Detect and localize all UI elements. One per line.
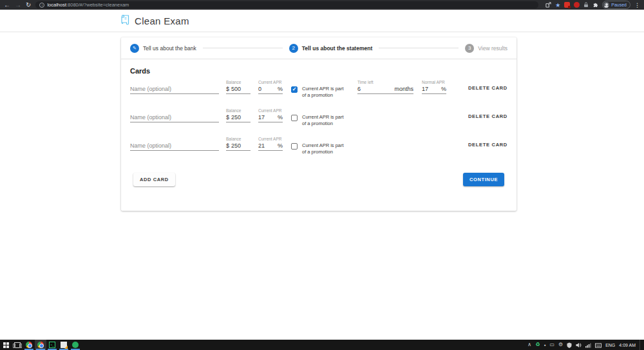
current-apr-input[interactable]	[258, 86, 278, 92]
step-3-circle: 3	[465, 44, 474, 53]
browser-menu-icon[interactable]: ⋮	[634, 2, 640, 8]
current-apr-label: Current APR	[258, 108, 283, 114]
promo-checkbox-wrap: ✓	[291, 80, 298, 93]
hidden-icons-chevron[interactable]: ∧	[527, 340, 531, 350]
current-apr-label: Current APR	[258, 137, 283, 142]
percent-suffix: %	[441, 86, 446, 92]
balance-input[interactable]	[231, 114, 251, 121]
current-apr-input[interactable]	[258, 114, 278, 121]
brand: Clean Exam	[121, 14, 189, 28]
green-app-icon	[72, 342, 79, 348]
bookmark-star-icon[interactable]: ★	[555, 2, 560, 8]
promo-checkbox[interactable]: ✓	[291, 86, 298, 93]
card-row: Balance $ Current APR % Current APR is p…	[130, 108, 507, 127]
delete-card-button[interactable]: DELETE CARD	[468, 80, 507, 91]
language-indicator[interactable]: ENG	[605, 343, 615, 347]
system-tray: ∧ ♻ ● ▭ ⚙ ENG 4:09 AM	[527, 340, 644, 350]
normal-apr-label: Normal APR	[422, 80, 446, 86]
delete-card-button[interactable]: DELETE CARD	[468, 137, 507, 148]
back-icon[interactable]: ←	[4, 0, 10, 10]
current-apr-field: Current APR %	[258, 108, 283, 122]
extension-red-icon[interactable]	[564, 2, 570, 8]
time-left-input[interactable]	[357, 86, 394, 92]
adblock-icon[interactable]	[574, 2, 580, 8]
card-row: Balance $ Current APR % Current APR is p…	[130, 137, 507, 155]
clock[interactable]: 4:09 AM	[619, 343, 636, 347]
promo-label: Current APR is part of a promotion	[302, 137, 354, 155]
url-text: localhost:8080/#/?website=cleanexam	[47, 2, 129, 8]
promo-label: Current APR is part of a promotion	[302, 108, 354, 127]
step-bank-label: Tell us about the bank	[143, 45, 196, 52]
forward-icon[interactable]: →	[15, 0, 21, 10]
page-title: Clean Exam	[135, 15, 189, 26]
step-done-edit-icon: ✎	[130, 44, 139, 53]
normal-apr-field: Normal APR %	[422, 80, 446, 94]
sync-status-icon[interactable]: ♻	[535, 340, 540, 350]
taskbar-chrome-1[interactable]	[23, 340, 35, 350]
tray-box-icon[interactable]: ▭	[549, 340, 554, 350]
defender-shield-icon[interactable]	[567, 339, 572, 350]
promo-checkbox[interactable]	[291, 143, 298, 150]
volume-icon[interactable]	[576, 339, 582, 350]
step-statement[interactable]: 2 Tell us about the statement	[289, 44, 372, 53]
name-input[interactable]	[130, 86, 219, 92]
name-field	[130, 108, 219, 122]
reload-icon[interactable]: ↻	[26, 0, 31, 10]
terminal-icon: >_	[49, 342, 55, 348]
start-button[interactable]	[0, 340, 12, 350]
normal-apr-input[interactable]	[422, 86, 441, 92]
balance-label: Balance	[226, 137, 251, 142]
name-field	[130, 137, 219, 151]
chrome-icon	[26, 342, 32, 348]
tray-dot-icon[interactable]: ●	[544, 340, 545, 350]
add-card-button[interactable]: ADD CARD	[133, 173, 175, 186]
step-results-label: View results	[478, 45, 507, 52]
sync-paused-label: Paused	[611, 3, 627, 7]
delete-card-button[interactable]: DELETE CARD	[468, 108, 507, 119]
balance-label: Balance	[226, 80, 251, 86]
address-bar[interactable]: i localhost:8080/#/?website=cleanexam	[35, 1, 538, 8]
percent-suffix: %	[278, 86, 283, 92]
step-results[interactable]: 3 View results	[465, 44, 507, 53]
current-apr-input[interactable]	[258, 142, 278, 149]
step-bank[interactable]: ✎ Tell us about the bank	[130, 44, 196, 53]
balance-field: Balance $	[226, 108, 251, 122]
page-info-icon[interactable]: i	[39, 3, 44, 8]
stepper-connector	[203, 48, 283, 48]
app-header: Clean Exam	[0, 10, 644, 32]
balance-field: Balance $	[226, 137, 251, 151]
extensions-puzzle-icon[interactable]	[592, 2, 598, 8]
current-apr-field: Current APR %	[258, 80, 283, 94]
promo-label: Current APR is part of a promotion	[302, 80, 354, 99]
balance-input[interactable]	[231, 142, 251, 149]
taskbar-terminal[interactable]: >_	[46, 340, 58, 350]
name-input[interactable]	[130, 114, 219, 121]
page-content: ✎ Tell us about the bank 2 Tell us about…	[0, 37, 644, 345]
continue-button[interactable]: CONTINUE	[463, 173, 504, 186]
name-input[interactable]	[130, 142, 219, 149]
task-view-button[interactable]	[12, 340, 23, 350]
touch-keyboard-icon[interactable]	[595, 339, 601, 350]
promo-checkbox[interactable]	[291, 115, 298, 121]
step-2-circle: 2	[289, 44, 298, 53]
stepper-connector	[379, 48, 459, 48]
task-view-icon	[14, 342, 21, 348]
taskbar-editor[interactable]	[58, 340, 70, 350]
current-apr-field: Current APR %	[258, 137, 283, 151]
balance-input[interactable]	[231, 86, 251, 92]
profile-paused-pill[interactable]: Paused	[602, 1, 630, 9]
taskbar-green-app[interactable]	[70, 340, 81, 350]
show-desktop-button[interactable]	[639, 340, 641, 350]
share-icon[interactable]	[545, 2, 551, 8]
browser-extensions-area: ★ Paused ⋮	[543, 1, 640, 9]
step-statement-label: Tell us about the statement	[302, 45, 372, 52]
taskbar-chrome-2[interactable]	[35, 340, 46, 350]
current-apr-label: Current APR	[258, 80, 283, 86]
network-icon[interactable]	[585, 339, 591, 350]
windows-logo-icon	[3, 342, 9, 348]
screen: ← → ↻ i localhost:8080/#/?website=cleane…	[0, 0, 644, 350]
tray-settings-icon[interactable]: ⚙	[558, 340, 563, 350]
app-logo-scroll-icon	[121, 14, 130, 28]
name-field	[130, 80, 219, 94]
currency-prefix: $	[226, 142, 229, 149]
